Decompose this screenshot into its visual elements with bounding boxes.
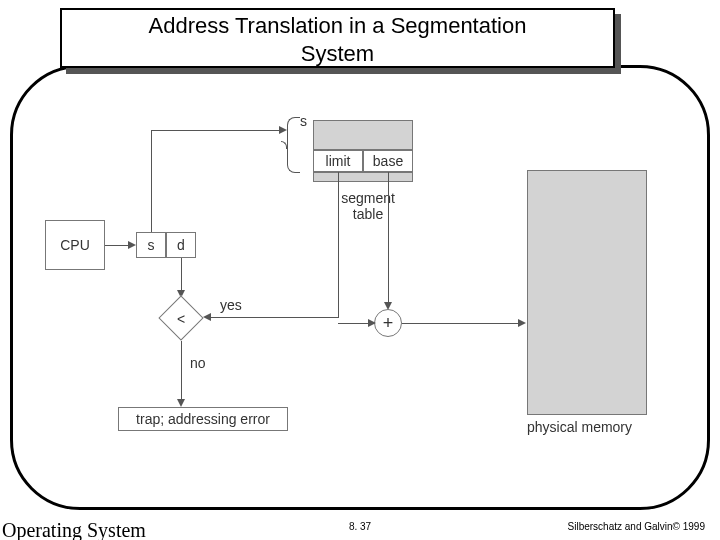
segtable-limit-cell: limit — [313, 150, 363, 172]
cpu-label: CPU — [60, 237, 90, 253]
edge-s-right — [151, 130, 281, 131]
brace-label: s — [300, 113, 307, 129]
no-label: no — [190, 355, 206, 371]
comparator-label: < — [165, 303, 197, 335]
segtable-base-label: base — [373, 153, 403, 169]
trap-label: trap; addressing error — [136, 411, 270, 427]
brace-icon — [287, 117, 311, 173]
physical-memory-label: physical memory — [527, 419, 632, 435]
arrow-cpu-sd — [128, 241, 136, 249]
comparator-diamond: < — [158, 295, 204, 341]
cpu-box: CPU — [45, 220, 105, 270]
adder-circle: + — [374, 309, 402, 337]
edge-d-to-cmp — [181, 258, 182, 292]
field-s-box: s — [136, 232, 166, 258]
field-d-box: d — [166, 232, 196, 258]
arrow-s-to-brace — [279, 126, 287, 134]
edge-limit-down — [338, 172, 339, 317]
edge-limit-left — [210, 317, 339, 318]
arrow-add-to-mem — [518, 319, 526, 327]
footer-copyright: Silberschatz and Galvin© 1999 — [568, 521, 705, 532]
arrow-yes-to-add — [368, 319, 376, 327]
edge-s-up — [151, 130, 152, 232]
title-line-2: System — [62, 40, 613, 68]
segtable-bottom-gray — [313, 172, 413, 182]
field-s-label: s — [148, 237, 155, 253]
physical-memory-block — [527, 170, 647, 415]
segtable-caption: segment table — [333, 190, 403, 222]
segtable-top-gray — [313, 120, 413, 150]
edge-no-down — [181, 341, 182, 401]
field-d-label: d — [177, 237, 185, 253]
yes-label: yes — [220, 297, 242, 313]
trap-box: trap; addressing error — [118, 407, 288, 431]
title-box: Address Translation in a Segmentation Sy… — [60, 8, 615, 68]
arrow-limit-to-cmp — [203, 313, 211, 321]
diagram-canvas: CPU s d s limit base segment table < yes — [40, 95, 660, 445]
segtable-limit-label: limit — [326, 153, 351, 169]
segtable-base-cell: base — [363, 150, 413, 172]
edge-cpu-sd — [105, 245, 130, 246]
edge-base-down — [388, 172, 389, 304]
arrow-no-to-trap — [177, 399, 185, 407]
title-line-1: Address Translation in a Segmentation — [62, 12, 613, 40]
edge-add-to-mem — [402, 323, 520, 324]
adder-label: + — [383, 313, 394, 334]
